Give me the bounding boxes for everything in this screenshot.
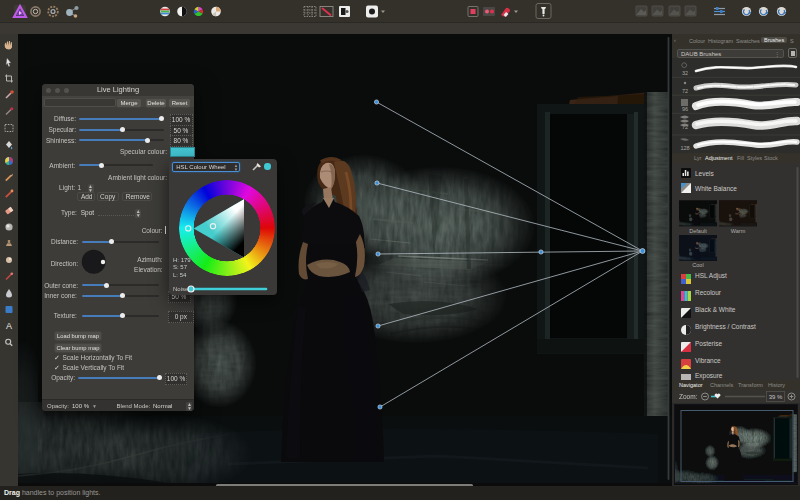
svg-text:Posterise: Posterise xyxy=(695,340,722,347)
svg-text:128: 128 xyxy=(680,145,689,151)
svg-text:Levels: Levels xyxy=(695,170,715,177)
svg-text:96: 96 xyxy=(682,106,688,112)
svg-text:Cool: Cool xyxy=(692,262,703,268)
svg-text:39 %: 39 % xyxy=(769,394,783,400)
svg-text:Warm: Warm xyxy=(731,228,746,234)
svg-text:Vibrance: Vibrance xyxy=(695,357,721,364)
svg-text:S: 57: S: 57 xyxy=(173,264,188,270)
svg-text:H: 179: H: 179 xyxy=(173,257,191,263)
svg-text:Black & White: Black & White xyxy=(695,306,736,313)
svg-text:32: 32 xyxy=(682,70,688,76)
svg-text:Brightness / Contrast: Brightness / Contrast xyxy=(695,323,756,331)
svg-text:Noise: Noise xyxy=(173,286,189,292)
svg-text:Default: Default xyxy=(689,228,707,234)
svg-text:72: 72 xyxy=(682,88,688,94)
svg-text:Recolour: Recolour xyxy=(695,289,722,296)
svg-text:HSL Adjust: HSL Adjust xyxy=(695,272,727,280)
svg-text:White Balance: White Balance xyxy=(695,185,737,192)
svg-text:A: A xyxy=(6,321,12,331)
svg-text:Exposure: Exposure xyxy=(695,372,723,380)
svg-text:L: 54: L: 54 xyxy=(173,272,187,278)
